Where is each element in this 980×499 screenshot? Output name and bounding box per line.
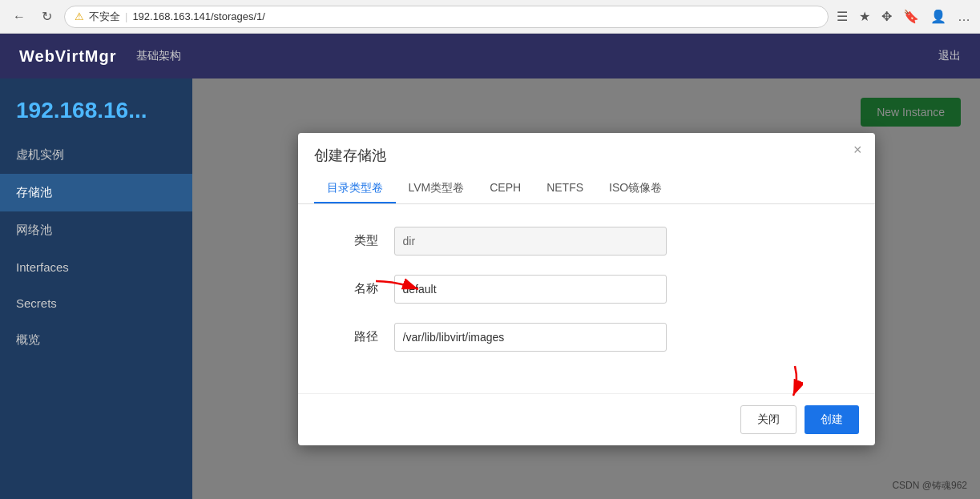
tab-lvm[interactable]: LVM类型卷 [396, 175, 478, 203]
modal-close-button[interactable]: × [853, 143, 862, 157]
modal-tabs: 目录类型卷 LVM类型卷 CEPH NETFS ISO镜像卷 [314, 175, 859, 203]
profile-icon[interactable]: 👤 [930, 9, 946, 24]
tab-dir[interactable]: 目录类型卷 [314, 175, 396, 203]
field-type-row: 类型 [330, 227, 843, 256]
field-type-label: 类型 [330, 233, 378, 248]
bookmark-icon[interactable]: 🔖 [903, 9, 919, 24]
star-icon[interactable]: ★ [859, 9, 870, 24]
field-name-input[interactable] [394, 275, 667, 304]
app-brand: WebVirtMgr [19, 47, 117, 66]
tab-netfs[interactable]: NETFS [534, 175, 596, 203]
logout-link[interactable]: 退出 [938, 49, 961, 63]
field-type-input [394, 227, 667, 256]
sidebar-item-secrets[interactable]: Secrets [0, 285, 192, 321]
tab-ceph[interactable]: CEPH [477, 175, 534, 203]
read-icon[interactable]: ☰ [837, 9, 848, 24]
tab-iso[interactable]: ISO镜像卷 [596, 175, 675, 203]
field-path-label: 路径 [330, 329, 378, 344]
navbar: WebVirtMgr 基础架构 退出 [0, 34, 980, 78]
page-area: New Instance 创建存储池 × 目录类型卷 LVM类型卷 CEPH N… [192, 78, 980, 499]
browser-bar: ← ↻ ⚠ 不安全 | 192.168.163.141/storages/1/ … [0, 0, 980, 34]
sidebar-item-storage[interactable]: 存储池 [0, 174, 192, 211]
app-wrapper: WebVirtMgr 基础架构 退出 192.168.16... 虚机实例 存储… [0, 34, 980, 499]
sidebar-host-title: 192.168.16... [0, 78, 192, 136]
sidebar-item-network[interactable]: 网络池 [0, 211, 192, 249]
address-bar[interactable]: ⚠ 不安全 | 192.168.163.141/storages/1/ [64, 6, 829, 28]
browser-icons: ☰ ★ ✥ 🔖 👤 … [837, 9, 970, 24]
create-button[interactable]: 创建 [805, 405, 859, 434]
url-text: 192.168.163.141/storages/1/ [132, 10, 265, 22]
reload-button[interactable]: ↻ [37, 7, 56, 26]
field-path-row: 路径 [330, 323, 843, 352]
sidebar: 192.168.16... 虚机实例 存储池 网络池 Interfaces Se… [0, 78, 192, 499]
close-button[interactable]: 关闭 [740, 405, 797, 434]
navbar-left: WebVirtMgr 基础架构 [19, 47, 181, 66]
sidebar-item-interfaces[interactable]: Interfaces [0, 249, 192, 285]
modal-create-storage: 创建存储池 × 目录类型卷 LVM类型卷 CEPH NETFS ISO镜像卷 [298, 133, 875, 445]
field-path-input[interactable] [394, 323, 667, 352]
sidebar-item-vm[interactable]: 虚机实例 [0, 136, 192, 174]
menu-icon[interactable]: … [958, 10, 970, 24]
security-label: 不安全 [89, 10, 120, 24]
field-name-label: 名称 [330, 281, 378, 296]
sidebar-item-overview[interactable]: 概览 [0, 321, 192, 359]
modal-title: 创建存储池 [314, 146, 859, 165]
security-warning-icon: ⚠ [75, 10, 84, 22]
modal-body: 类型 名称 [298, 204, 875, 393]
back-button[interactable]: ← [10, 7, 29, 26]
nav-link-infra[interactable]: 基础架构 [136, 49, 181, 63]
modal-footer: 关闭 创建 [298, 393, 875, 445]
extension-icon[interactable]: ✥ [881, 9, 892, 24]
main-content: 192.168.16... 虚机实例 存储池 网络池 Interfaces Se… [0, 78, 980, 499]
modal-header: 创建存储池 × 目录类型卷 LVM类型卷 CEPH NETFS ISO镜像卷 [298, 133, 875, 204]
field-name-row: 名称 [330, 275, 843, 304]
modal-overlay: 创建存储池 × 目录类型卷 LVM类型卷 CEPH NETFS ISO镜像卷 [192, 78, 980, 499]
